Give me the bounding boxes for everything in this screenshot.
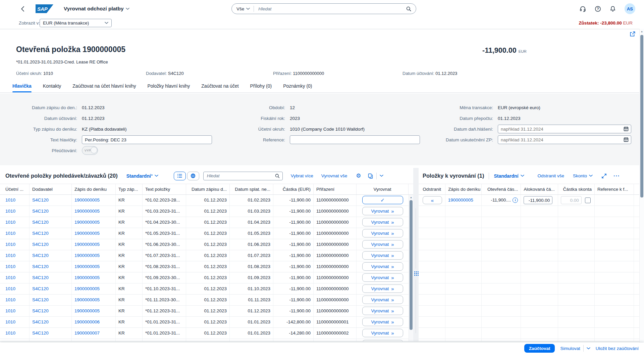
vendor-link[interactable]: S4C120 [32, 197, 49, 203]
company-code-link[interactable]: 1010 [5, 319, 15, 324]
vendor-link[interactable]: S4C120 [32, 209, 49, 214]
company-code-link[interactable]: 1010 [5, 264, 15, 269]
vendor-link[interactable]: S4C120 [32, 330, 49, 336]
date-input[interactable] [498, 135, 631, 144]
company-code-link[interactable]: 1010 [5, 209, 15, 214]
view-selector[interactable]: Standardní [494, 173, 524, 179]
company-code-link[interactable]: 1010 [5, 231, 15, 236]
discount-select[interactable]: Skonto [573, 173, 593, 178]
simulate-button[interactable]: Simulovat [560, 345, 590, 352]
tab-7[interactable]: Poznámky (0) [283, 80, 312, 92]
vendor-link[interactable]: S4C120 [32, 264, 49, 269]
post-button[interactable]: Zaúčtovat [524, 344, 555, 353]
table-scrollbar[interactable]: ▲ [409, 195, 413, 341]
tab-1[interactable]: Hlavička [12, 80, 32, 92]
discount-checkbox[interactable] [585, 197, 591, 203]
journal-entry-link[interactable]: 1900000005 [74, 286, 100, 291]
journal-entry-link[interactable]: 1900000007 [74, 330, 100, 336]
journal-entry-link[interactable]: 1900000005 [74, 231, 100, 236]
cleared-check-button[interactable]: ✓ [362, 196, 403, 204]
expand-icon[interactable] [601, 173, 607, 179]
company-code-link[interactable]: 1010 [5, 286, 15, 291]
journal-entry-link[interactable]: 1900000005 [74, 308, 100, 313]
discount-amount-input[interactable] [561, 196, 582, 204]
scroll-up-icon[interactable]: ▲ [409, 196, 413, 198]
company-code-link[interactable]: 1010 [5, 242, 15, 247]
clear-all-link[interactable]: Vyrovnat vše [321, 173, 347, 178]
vendor-link[interactable]: S4C120 [32, 286, 49, 291]
back-icon[interactable] [21, 6, 24, 12]
help-icon[interactable]: ? [595, 6, 601, 12]
clear-button[interactable]: Vyrovnat» [362, 218, 403, 226]
journal-entry-link[interactable]: 1900000005 [448, 197, 473, 203]
journal-entry-link[interactable]: 1900000005 [74, 242, 100, 247]
journal-entry-link[interactable]: 1900000005 [74, 220, 100, 225]
tab-3[interactable]: Zaúčtovat na účet hlavní knihy [72, 80, 136, 92]
vendor-link[interactable]: S4C120 [32, 297, 49, 302]
field-input[interactable] [82, 135, 212, 144]
page-scrollbar[interactable]: ▲ [639, 29, 644, 343]
vendor-link[interactable]: S4C120 [32, 275, 49, 280]
search-icon[interactable] [406, 6, 411, 11]
vendor-link[interactable]: S4C120 [32, 231, 49, 236]
bell-icon[interactable] [610, 6, 616, 12]
clear-button[interactable]: Vyrovnat» [362, 318, 403, 326]
info-icon[interactable]: i [513, 197, 518, 203]
remove-all-link[interactable]: Odstranit vše [538, 173, 565, 178]
vendor-link[interactable]: S4C120 [32, 319, 49, 324]
clear-button[interactable]: Vyrovnat» [362, 251, 403, 260]
settings-gear-icon[interactable]: ⚙ [356, 173, 361, 179]
scrollbar-thumb[interactable] [640, 35, 643, 197]
company-code-link[interactable]: 1010 [5, 330, 15, 336]
splitter[interactable] [413, 168, 419, 342]
table-search-input[interactable] [206, 173, 275, 179]
allocated-amount-input[interactable] [524, 196, 552, 204]
company-code-link[interactable]: 1010 [5, 275, 15, 280]
clear-button[interactable]: Vyrovnat» [362, 240, 403, 249]
clear-button[interactable]: Vyrovnat» [362, 262, 403, 271]
search-scope-select[interactable]: Vše [236, 6, 250, 11]
overflow-icon[interactable]: ··· [613, 173, 620, 179]
journal-entry-link[interactable]: 1900000005 [74, 197, 100, 203]
menu-chevron-icon[interactable] [380, 175, 383, 177]
journal-entry-link[interactable]: 1900000005 [74, 253, 100, 258]
export-icon[interactable] [368, 173, 373, 179]
simulate-menu-chevron-icon[interactable] [587, 347, 590, 350]
tab-2[interactable]: Kontakty [43, 80, 61, 92]
reposting-toggle[interactable]: VYP. [82, 146, 98, 155]
select-more-link[interactable]: Vybrat více [291, 173, 313, 178]
view-selector[interactable]: Standardní* [126, 173, 158, 179]
app-title[interactable]: Vyrovnat odchozí platby [64, 0, 129, 17]
scroll-up-icon[interactable]: ▲ [640, 30, 644, 33]
remove-button[interactable]: « [423, 196, 442, 204]
field-input[interactable] [290, 135, 420, 144]
date-input[interactable] [498, 125, 631, 133]
headset-icon[interactable] [580, 6, 586, 12]
tab-5[interactable]: Zaúčtovat na účet [201, 80, 238, 92]
company-code-link[interactable]: 1010 [5, 220, 15, 225]
scrollbar-thumb[interactable] [410, 200, 413, 330]
clear-button[interactable]: Vyrovnat» [362, 284, 403, 293]
clear-button[interactable]: Vyrovnat» [362, 307, 403, 315]
tab-4[interactable]: Položky hlavní knihy [147, 80, 190, 92]
journal-entry-link[interactable]: 1900000005 [74, 209, 100, 214]
company-code-link[interactable]: 1010 [5, 308, 15, 313]
save-without-posting-link[interactable]: Uložit bez zaúčtování [596, 346, 639, 351]
search-input[interactable] [258, 6, 406, 12]
clear-button[interactable]: Vyrovnat» [362, 207, 403, 215]
clear-button[interactable]: Vyrovnat» [362, 296, 403, 304]
display-currency-select[interactable]: EUR (Měna transakce) [40, 19, 112, 27]
journal-entry-link[interactable]: 1900000005 [74, 297, 100, 302]
splitter-grip-icon[interactable] [414, 271, 419, 276]
globe-view-icon[interactable] [187, 172, 199, 180]
shell-search[interactable]: Vše [231, 3, 416, 14]
journal-entry-link[interactable]: 1900000006 [74, 319, 100, 324]
company-code-link[interactable]: 1010 [5, 197, 15, 203]
clear-button[interactable]: Vyrovnat» [362, 229, 403, 237]
company-code-link[interactable]: 1010 [5, 297, 15, 302]
vendor-link[interactable]: S4C120 [32, 253, 49, 258]
clear-button[interactable]: Vyrovnat» [362, 273, 403, 282]
tab-6[interactable]: Přílohy (0) [250, 80, 272, 92]
company-code-link[interactable]: 1010 [5, 253, 15, 258]
avatar[interactable]: AS [625, 3, 635, 14]
